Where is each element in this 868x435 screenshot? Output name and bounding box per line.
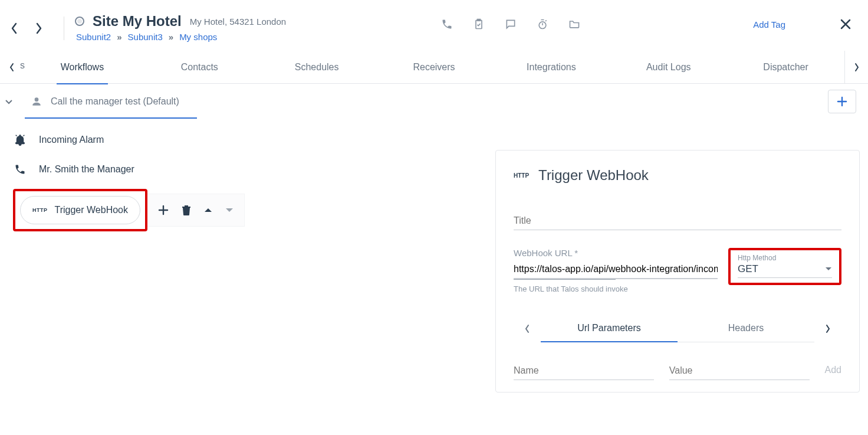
tab-schedules[interactable]: Schedules [258, 51, 376, 84]
chat-icon[interactable] [504, 18, 517, 31]
step-label: Mr. Smith the Manager [39, 164, 134, 175]
breadcrumb-item[interactable]: Subunit3 [128, 32, 163, 42]
http-method-select[interactable]: GET [738, 262, 832, 278]
site-subtitle: My Hotel, 54321 London [190, 17, 286, 27]
params-tabs-scroll-left[interactable] [514, 324, 541, 333]
highlight-box: Http Method GET [728, 248, 841, 285]
folder-icon[interactable] [568, 18, 581, 31]
panel-title: Trigger WebHook [538, 167, 649, 184]
breadcrumb-item[interactable]: My shops [179, 32, 217, 42]
step-delete-button[interactable] [182, 205, 191, 215]
param-value-input[interactable] [669, 363, 810, 380]
step-label: Incoming Alarm [39, 135, 104, 145]
clipboard-icon[interactable] [472, 18, 485, 31]
step-move-up-button[interactable] [204, 207, 212, 213]
http-method-label: Http Method [738, 254, 832, 262]
webhook-detail-panel: HTTP Trigger WebHook WebHook URL * The U… [495, 150, 860, 393]
tab-workflows[interactable]: Workflows [24, 51, 141, 84]
http-icon: HTTP [32, 207, 48, 213]
params-tabs-scroll-right[interactable] [814, 316, 841, 342]
add-workflow-button[interactable] [828, 90, 856, 113]
tab-headers[interactable]: Headers [678, 315, 814, 342]
breadcrumb-sep: » [169, 32, 173, 42]
step-move-down-button[interactable] [225, 207, 234, 213]
workflow-selector-dropdown[interactable] [0, 98, 18, 104]
param-name-input[interactable] [514, 363, 654, 380]
url-label: WebHook URL * [514, 248, 718, 258]
breadcrumb-sep: » [117, 32, 121, 42]
tab-url-parameters[interactable]: Url Parameters [541, 315, 678, 342]
tab-receivers[interactable]: Receivers [376, 51, 493, 84]
stopwatch-icon[interactable] [536, 18, 549, 31]
breadcrumb: Subunit2 » Subunit3 » My shops [75, 32, 286, 42]
site-title: Site My Hotel [93, 13, 182, 30]
tabs-scroll-right[interactable] [844, 51, 868, 83]
title-input[interactable] [514, 213, 841, 230]
divider [64, 17, 64, 40]
forward-button[interactable] [35, 22, 42, 34]
workflow-subtab-label: Call the manager test (Default) [51, 96, 179, 107]
add-tag-link[interactable]: Add Tag [753, 19, 785, 30]
step-label: Trigger WebHook [55, 205, 129, 215]
step-add-button[interactable] [158, 205, 169, 215]
phone-icon [13, 163, 27, 175]
back-button[interactable] [11, 22, 18, 34]
site-status-icon [75, 17, 84, 26]
tab-audit-logs[interactable]: Audit Logs [610, 51, 727, 84]
tab-integrations[interactable]: Integrations [492, 51, 610, 84]
highlight-box: HTTP Trigger WebHook [13, 189, 147, 231]
bell-icon [13, 133, 27, 146]
phone-icon[interactable] [440, 18, 453, 31]
chevron-down-icon [825, 267, 832, 272]
param-add-button[interactable]: Add [825, 365, 841, 380]
http-method-value: GET [738, 263, 758, 275]
tab-dispatcher[interactable]: Dispatcher [727, 51, 844, 84]
url-helper-text: The URL that Talos should invoke [514, 284, 718, 293]
workflow-subtab[interactable]: Call the manager test (Default) [18, 84, 192, 119]
webhook-url-input[interactable] [514, 261, 718, 279]
close-icon[interactable] [840, 18, 851, 30]
person-icon [31, 96, 42, 107]
step-trigger-webhook[interactable]: HTTP Trigger WebHook [20, 196, 140, 224]
http-icon: HTTP [514, 172, 529, 179]
breadcrumb-item[interactable]: Subunit2 [76, 32, 111, 42]
tab-contacts[interactable]: Contacts [141, 51, 258, 84]
